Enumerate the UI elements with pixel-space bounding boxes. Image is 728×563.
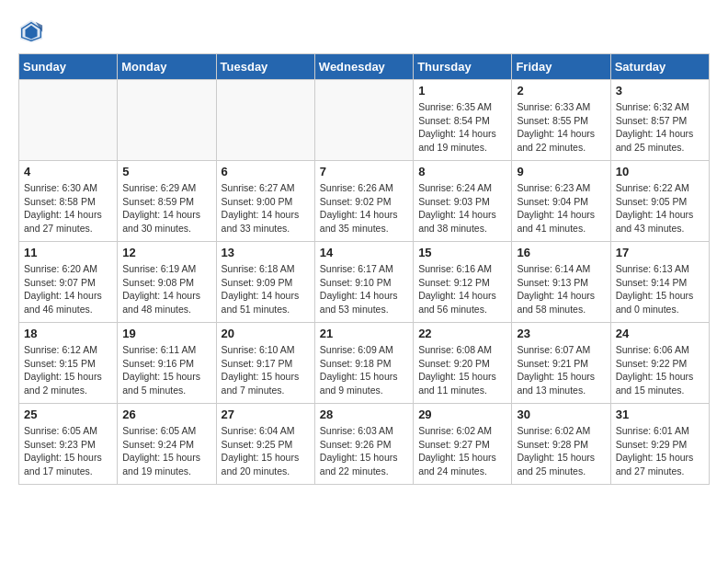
week-row-3: 18Sunrise: 6:12 AM Sunset: 9:15 PM Dayli… — [19, 323, 710, 404]
logo-icon — [18, 18, 44, 44]
calendar-cell: 25Sunrise: 6:05 AM Sunset: 9:23 PM Dayli… — [19, 404, 118, 485]
day-number: 3 — [616, 84, 704, 98]
day-header-tuesday: Tuesday — [216, 54, 314, 80]
day-number: 8 — [418, 165, 506, 178]
calendar-body: 1Sunrise: 6:35 AM Sunset: 8:54 PM Daylig… — [19, 80, 710, 485]
calendar-cell — [118, 80, 216, 161]
calendar-table: SundayMondayTuesdayWednesdayThursdayFrid… — [18, 53, 710, 485]
week-row-2: 11Sunrise: 6:20 AM Sunset: 9:07 PM Dayli… — [19, 242, 710, 323]
day-number: 27 — [222, 408, 310, 421]
calendar-cell: 2Sunrise: 6:33 AM Sunset: 8:55 PM Daylig… — [512, 80, 610, 161]
day-number: 13 — [222, 246, 310, 259]
calendar-cell: 23Sunrise: 6:07 AM Sunset: 9:21 PM Dayli… — [512, 323, 610, 404]
day-detail: Sunrise: 6:10 AM Sunset: 9:17 PM Dayligh… — [222, 343, 310, 397]
page-header — [18, 18, 710, 44]
day-number: 23 — [517, 327, 605, 340]
day-number: 24 — [616, 327, 704, 340]
day-header-monday: Monday — [118, 54, 216, 80]
calendar-cell: 31Sunrise: 6:01 AM Sunset: 9:29 PM Dayli… — [610, 404, 709, 485]
day-detail: Sunrise: 6:05 AM Sunset: 9:24 PM Dayligh… — [122, 424, 210, 478]
calendar-cell: 29Sunrise: 6:02 AM Sunset: 9:27 PM Dayli… — [414, 404, 512, 485]
day-header-saturday: Saturday — [610, 54, 709, 80]
calendar-cell: 16Sunrise: 6:14 AM Sunset: 9:13 PM Dayli… — [512, 242, 610, 323]
day-number: 26 — [122, 408, 210, 421]
week-row-4: 25Sunrise: 6:05 AM Sunset: 9:23 PM Dayli… — [19, 404, 710, 485]
day-detail: Sunrise: 6:11 AM Sunset: 9:16 PM Dayligh… — [122, 343, 210, 397]
calendar-cell: 28Sunrise: 6:03 AM Sunset: 9:26 PM Dayli… — [314, 404, 413, 485]
day-detail: Sunrise: 6:27 AM Sunset: 9:00 PM Dayligh… — [222, 181, 310, 236]
calendar-cell: 15Sunrise: 6:16 AM Sunset: 9:12 PM Dayli… — [414, 242, 512, 323]
day-number: 12 — [122, 246, 210, 259]
day-detail: Sunrise: 6:33 AM Sunset: 8:55 PM Dayligh… — [517, 100, 605, 155]
day-detail: Sunrise: 6:02 AM Sunset: 9:27 PM Dayligh… — [418, 424, 506, 478]
day-header-friday: Friday — [512, 54, 610, 80]
calendar-cell: 8Sunrise: 6:24 AM Sunset: 9:03 PM Daylig… — [414, 161, 512, 242]
day-number: 31 — [616, 408, 704, 421]
day-number: 2 — [517, 84, 605, 98]
day-number: 18 — [24, 327, 112, 340]
day-number: 7 — [320, 165, 408, 178]
day-detail: Sunrise: 6:05 AM Sunset: 9:23 PM Dayligh… — [24, 424, 112, 478]
calendar-cell: 5Sunrise: 6:29 AM Sunset: 8:59 PM Daylig… — [118, 161, 216, 242]
day-header-wednesday: Wednesday — [314, 54, 413, 80]
day-detail: Sunrise: 6:26 AM Sunset: 9:02 PM Dayligh… — [320, 181, 408, 236]
day-number: 14 — [320, 246, 408, 259]
week-row-0: 1Sunrise: 6:35 AM Sunset: 8:54 PM Daylig… — [19, 80, 710, 161]
day-number: 16 — [517, 246, 605, 259]
calendar-cell — [216, 80, 314, 161]
calendar-cell: 26Sunrise: 6:05 AM Sunset: 9:24 PM Dayli… — [118, 404, 216, 485]
calendar-cell: 10Sunrise: 6:22 AM Sunset: 9:05 PM Dayli… — [610, 161, 709, 242]
calendar-header: SundayMondayTuesdayWednesdayThursdayFrid… — [19, 54, 710, 80]
day-detail: Sunrise: 6:07 AM Sunset: 9:21 PM Dayligh… — [517, 343, 605, 397]
day-number: 28 — [320, 408, 408, 421]
day-detail: Sunrise: 6:16 AM Sunset: 9:12 PM Dayligh… — [418, 262, 506, 316]
day-detail: Sunrise: 6:22 AM Sunset: 9:05 PM Dayligh… — [616, 181, 704, 236]
day-number: 21 — [320, 327, 408, 340]
day-detail: Sunrise: 6:08 AM Sunset: 9:20 PM Dayligh… — [418, 343, 506, 397]
day-number: 15 — [418, 246, 506, 259]
day-detail: Sunrise: 6:13 AM Sunset: 9:14 PM Dayligh… — [616, 262, 704, 316]
day-number: 25 — [24, 408, 112, 421]
calendar-cell: 18Sunrise: 6:12 AM Sunset: 9:15 PM Dayli… — [19, 323, 118, 404]
day-number: 17 — [616, 246, 704, 259]
calendar-cell: 3Sunrise: 6:32 AM Sunset: 8:57 PM Daylig… — [610, 80, 709, 161]
calendar-cell: 24Sunrise: 6:06 AM Sunset: 9:22 PM Dayli… — [610, 323, 709, 404]
day-number: 20 — [222, 327, 310, 340]
day-detail: Sunrise: 6:04 AM Sunset: 9:25 PM Dayligh… — [222, 424, 310, 478]
day-detail: Sunrise: 6:24 AM Sunset: 9:03 PM Dayligh… — [418, 181, 506, 236]
day-number: 1 — [418, 84, 506, 98]
day-detail: Sunrise: 6:14 AM Sunset: 9:13 PM Dayligh… — [517, 262, 605, 316]
calendar-cell: 6Sunrise: 6:27 AM Sunset: 9:00 PM Daylig… — [216, 161, 314, 242]
header-row: SundayMondayTuesdayWednesdayThursdayFrid… — [19, 54, 710, 80]
day-detail: Sunrise: 6:30 AM Sunset: 8:58 PM Dayligh… — [24, 181, 112, 236]
calendar-cell: 27Sunrise: 6:04 AM Sunset: 9:25 PM Dayli… — [216, 404, 314, 485]
day-detail: Sunrise: 6:35 AM Sunset: 8:54 PM Dayligh… — [418, 100, 506, 155]
calendar-cell: 9Sunrise: 6:23 AM Sunset: 9:04 PM Daylig… — [512, 161, 610, 242]
calendar-cell — [19, 80, 118, 161]
week-row-1: 4Sunrise: 6:30 AM Sunset: 8:58 PM Daylig… — [19, 161, 710, 242]
day-number: 10 — [616, 165, 704, 178]
day-detail: Sunrise: 6:29 AM Sunset: 8:59 PM Dayligh… — [122, 181, 210, 236]
calendar-cell: 21Sunrise: 6:09 AM Sunset: 9:18 PM Dayli… — [314, 323, 413, 404]
day-detail: Sunrise: 6:09 AM Sunset: 9:18 PM Dayligh… — [320, 343, 408, 397]
calendar-cell: 22Sunrise: 6:08 AM Sunset: 9:20 PM Dayli… — [414, 323, 512, 404]
day-number: 9 — [517, 165, 605, 178]
calendar-cell: 4Sunrise: 6:30 AM Sunset: 8:58 PM Daylig… — [19, 161, 118, 242]
calendar-cell: 19Sunrise: 6:11 AM Sunset: 9:16 PM Dayli… — [118, 323, 216, 404]
day-detail: Sunrise: 6:03 AM Sunset: 9:26 PM Dayligh… — [320, 424, 408, 478]
logo — [18, 18, 48, 44]
day-detail: Sunrise: 6:01 AM Sunset: 9:29 PM Dayligh… — [616, 424, 704, 478]
calendar-cell: 1Sunrise: 6:35 AM Sunset: 8:54 PM Daylig… — [414, 80, 512, 161]
day-number: 19 — [122, 327, 210, 340]
day-number: 5 — [122, 165, 210, 178]
calendar-cell: 14Sunrise: 6:17 AM Sunset: 9:10 PM Dayli… — [314, 242, 413, 323]
day-header-thursday: Thursday — [414, 54, 512, 80]
calendar-cell: 13Sunrise: 6:18 AM Sunset: 9:09 PM Dayli… — [216, 242, 314, 323]
day-number: 11 — [24, 246, 112, 259]
day-detail: Sunrise: 6:32 AM Sunset: 8:57 PM Dayligh… — [616, 100, 704, 155]
day-number: 30 — [517, 408, 605, 421]
day-detail: Sunrise: 6:12 AM Sunset: 9:15 PM Dayligh… — [24, 343, 112, 397]
day-detail: Sunrise: 6:23 AM Sunset: 9:04 PM Dayligh… — [517, 181, 605, 236]
day-number: 29 — [418, 408, 506, 421]
day-detail: Sunrise: 6:06 AM Sunset: 9:22 PM Dayligh… — [616, 343, 704, 397]
